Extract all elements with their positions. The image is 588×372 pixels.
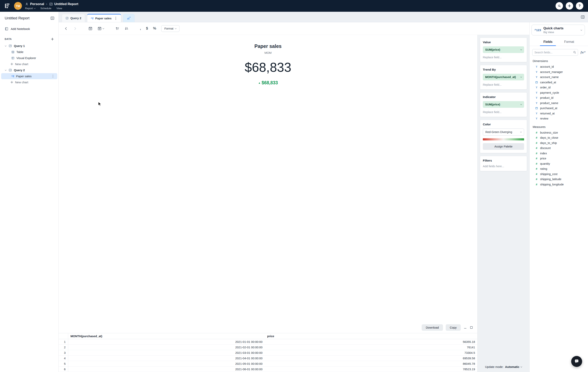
expand-panel-icon[interactable] <box>581 15 585 19</box>
field-item[interactable]: T product_id <box>530 95 588 101</box>
search-fields-input[interactable] <box>532 49 578 56</box>
redo-button[interactable] <box>73 27 77 31</box>
indicator-field-pill[interactable]: SUM(price) <box>483 101 524 108</box>
menu-schedule[interactable]: Schedule <box>41 7 52 10</box>
mode-logo-icon[interactable] <box>3 2 11 10</box>
field-item[interactable]: # business_size <box>530 130 588 135</box>
tab-query2[interactable]: Query 2 <box>62 14 85 22</box>
field-item[interactable]: # shipping_cost <box>530 171 588 177</box>
column-header-month[interactable]: MONTH(purchased_at) <box>68 333 265 339</box>
number-type-icon: # <box>535 147 538 150</box>
tab-fields[interactable]: Fields <box>543 39 553 46</box>
workspace-name[interactable]: Personal <box>30 2 44 6</box>
sidebar-item-new-chart-query1[interactable]: New chart <box>0 61 58 67</box>
results-panel: Download Copy <box>59 322 477 372</box>
sort-descending-button[interactable] <box>125 26 129 31</box>
breadcrumb-separator <box>46 2 47 6</box>
field-item[interactable]: # days_to_close <box>530 135 588 140</box>
field-item[interactable]: # price <box>530 156 588 161</box>
field-item[interactable]: # shipping_latitude <box>530 177 588 182</box>
add-button[interactable] <box>566 2 573 10</box>
number-type-icon: # <box>535 183 538 186</box>
menu-report[interactable]: Report <box>25 7 35 10</box>
topbar: TM Personal Untitled Report <box>0 0 588 12</box>
collapse-results-icon[interactable] <box>463 326 467 329</box>
trend-indicator: ▲ $68,833 <box>59 80 477 85</box>
chevron-down-icon[interactable] <box>5 45 6 46</box>
field-item[interactable]: # quantity <box>530 161 588 166</box>
search-button[interactable] <box>556 2 563 10</box>
fields-panel: ^123 Quick charts Big Value Fields Forma… <box>529 22 588 372</box>
tab-paper-sales[interactable]: ^2 Paper sales <box>87 14 121 22</box>
number-type-icon: # <box>535 172 538 176</box>
indicator-replace-field[interactable]: Replace field... <box>483 110 524 114</box>
trend-up-icon: ▲ <box>258 81 261 84</box>
field-item[interactable]: # index <box>530 151 588 156</box>
comma-format-button[interactable]: , <box>140 26 141 31</box>
field-item[interactable]: T product_name <box>530 101 588 106</box>
column-header-price[interactable]: price <box>265 333 477 339</box>
sidebar-item-table[interactable]: Table <box>0 49 58 55</box>
value-replace-field[interactable]: Replace field... <box>483 56 524 59</box>
field-item[interactable]: T order_id <box>530 85 588 90</box>
chat-support-button[interactable] <box>571 356 582 367</box>
add-notebook-button[interactable]: Add Notebook <box>5 27 54 31</box>
trend-by-replace-field[interactable]: Replace field... <box>483 83 524 86</box>
text-type-icon: T <box>535 117 538 120</box>
chevron-down-icon[interactable] <box>5 69 6 71</box>
quick-charts-selector[interactable]: ^123 Quick charts Big Value <box>532 25 585 35</box>
field-item[interactable]: # days_to_ship <box>530 140 588 146</box>
add-data-button[interactable] <box>51 38 54 41</box>
sort-ascending-button[interactable] <box>115 26 119 31</box>
text-type-icon: T <box>535 112 538 115</box>
filters-drop-area[interactable]: Add fields here... <box>483 165 524 168</box>
field-item[interactable]: # shipping_longitude <box>530 182 588 187</box>
field-item[interactable]: T review <box>530 116 588 121</box>
download-button[interactable]: Download <box>422 324 443 331</box>
currency-format-button[interactable]: $ <box>146 26 148 31</box>
sidebar-item-visual-explorer[interactable]: Visual Explorer <box>0 55 58 61</box>
avatar[interactable]: TM <box>14 2 22 10</box>
help-button[interactable]: ? <box>576 2 583 10</box>
field-item[interactable]: T returned_at <box>530 111 588 116</box>
report-title[interactable]: Untitled Report <box>54 2 78 6</box>
undo-button[interactable] <box>64 27 68 31</box>
format-dropdown[interactable]: Format <box>161 25 179 32</box>
calendar-x-icon <box>97 26 102 31</box>
field-item[interactable]: T account_id <box>530 64 588 69</box>
date-add-button[interactable] <box>88 26 93 31</box>
sidebar-item-new-chart-query2[interactable]: New chart <box>0 79 58 85</box>
sidebar-item-query2[interactable]: Query 2 <box>0 67 58 73</box>
copy-button[interactable]: Copy <box>446 324 461 331</box>
kebab-menu-icon[interactable] <box>114 17 117 20</box>
menu-view[interactable]: View <box>56 7 62 10</box>
sidebar-item-query1[interactable]: Query 1 <box>0 43 58 49</box>
query-icon <box>65 17 69 20</box>
kebab-menu-icon[interactable] <box>51 74 54 78</box>
trend-by-field-pill[interactable]: MONTH(purchased_at) <box>483 74 524 80</box>
add-chart-tab-button[interactable] <box>123 14 135 22</box>
tab-format[interactable]: Format <box>564 39 575 46</box>
field-item[interactable]: cancelled_at <box>530 80 588 85</box>
field-item[interactable]: T account_manager <box>530 69 588 75</box>
field-item[interactable]: T account_name <box>530 74 588 80</box>
collapse-sidebar-icon[interactable] <box>50 16 54 20</box>
add-formula-field-button[interactable]: ƒx⁺ <box>580 51 585 54</box>
field-item[interactable]: T payment_cycle <box>530 90 588 96</box>
date-remove-button[interactable] <box>97 26 104 31</box>
assign-palette-button[interactable]: Assign Palette <box>483 143 524 150</box>
arrow-right-icon <box>73 27 77 31</box>
percent-format-button[interactable]: % <box>153 26 156 31</box>
expand-results-icon[interactable] <box>470 326 473 329</box>
plus-icon <box>10 63 13 65</box>
update-mode-select[interactable]: Automatic <box>505 365 522 369</box>
field-item[interactable]: # discount <box>530 146 588 151</box>
trend-by-card-title: Trend By <box>483 68 524 71</box>
value-field-pill[interactable]: SUM(price) <box>483 46 524 53</box>
value-card: Value SUM(price) Replace field... <box>480 38 527 62</box>
palette-select[interactable]: Red-Green Diverging <box>483 128 524 136</box>
field-item[interactable]: # rating <box>530 166 588 171</box>
search-icon <box>573 51 576 54</box>
sidebar-item-paper-sales[interactable]: ^2 Paper sales <box>1 73 57 79</box>
field-item[interactable]: purchased_at <box>530 106 588 111</box>
